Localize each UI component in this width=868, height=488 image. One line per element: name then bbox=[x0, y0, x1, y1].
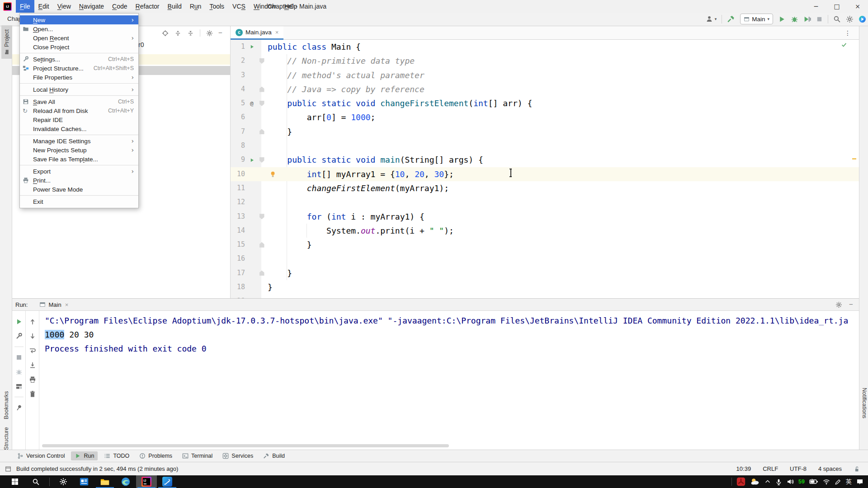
sidebar-item-bookmarks[interactable]: Bookmarks bbox=[3, 391, 9, 419]
fold-marker-icon[interactable] bbox=[259, 157, 264, 163]
contacts-app[interactable] bbox=[74, 475, 94, 488]
run-tab-main[interactable]: Main × bbox=[39, 301, 68, 308]
menu-item-exit[interactable]: Exit bbox=[20, 197, 138, 206]
code-line[interactable]: 10 int[] myArray1 = {10, 20, 30}; bbox=[231, 167, 859, 181]
code-line[interactable]: 15 } bbox=[231, 238, 859, 252]
editor-options-icon[interactable]: ⋮ bbox=[844, 26, 851, 40]
run-settings-gear-icon[interactable] bbox=[835, 301, 842, 308]
clear-console-button[interactable] bbox=[29, 390, 36, 398]
menu-item-local-history[interactable]: Local History› bbox=[20, 85, 138, 94]
collapse-icon[interactable] bbox=[187, 30, 194, 37]
menu-item-invalidate-caches[interactable]: Invalidate Caches... bbox=[20, 124, 138, 133]
console-line[interactable]: Process finished with exit code 0 bbox=[45, 342, 859, 356]
toolwindow-tab-problems[interactable]: Problems bbox=[136, 451, 176, 460]
file-explorer[interactable] bbox=[94, 475, 115, 488]
console-horizontal-scrollbar[interactable] bbox=[42, 444, 449, 447]
fold-marker-icon[interactable] bbox=[259, 242, 264, 248]
menu-view[interactable]: View bbox=[53, 0, 75, 13]
code-line[interactable]: 8 bbox=[231, 139, 859, 153]
project-tree-root-label[interactable]: r0 bbox=[138, 41, 144, 48]
settings-gear-icon[interactable] bbox=[846, 15, 854, 23]
menu-code[interactable]: Code bbox=[108, 0, 131, 13]
toolwindow-tab-run[interactable]: Run bbox=[71, 451, 98, 460]
code-line[interactable]: 5@ public static void changeFirstElement… bbox=[231, 96, 859, 110]
menu-item-new[interactable]: New› bbox=[20, 15, 138, 24]
hide-run-panel-button[interactable]: ─ bbox=[849, 301, 853, 308]
expand-icon[interactable] bbox=[175, 30, 181, 37]
console-output[interactable]: "C:\Program Files\Eclipse Adoptium\jdk-1… bbox=[40, 311, 859, 443]
code-line[interactable]: 1public class Main { bbox=[231, 40, 859, 54]
code-line[interactable]: 14 System.out.print(i + " "); bbox=[231, 224, 859, 238]
run-line-icon[interactable] bbox=[250, 158, 255, 163]
edge-browser[interactable] bbox=[115, 475, 136, 488]
code-line[interactable]: 4 // Java => copy by reference bbox=[231, 82, 859, 96]
menu-item-project-structure[interactable]: Project Structure...Ctrl+Alt+Shift+S bbox=[20, 64, 138, 73]
code-line[interactable]: 19 bbox=[231, 294, 859, 298]
build-hammer-icon[interactable] bbox=[727, 15, 735, 23]
maximize-button[interactable]: □ bbox=[826, 0, 847, 13]
search-everywhere-button[interactable] bbox=[833, 15, 841, 23]
sidebar-item-notifications[interactable]: Notifications bbox=[861, 388, 868, 418]
code-line[interactable]: 13 for (int i : myArray1) { bbox=[231, 210, 859, 224]
menu-item-file-properties[interactable]: File Properties› bbox=[20, 73, 138, 82]
menu-item-repair-ide[interactable]: Repair IDE bbox=[20, 115, 138, 124]
fold-marker-icon[interactable] bbox=[259, 101, 264, 106]
annotation-gutter-icon[interactable]: @ bbox=[250, 100, 254, 107]
menu-edit[interactable]: Edit bbox=[34, 0, 53, 13]
status-window-icon[interactable] bbox=[5, 466, 11, 472]
gear-icon[interactable] bbox=[206, 30, 213, 37]
menu-run[interactable]: Run bbox=[186, 0, 206, 13]
toolwindow-tab-build[interactable]: Build bbox=[259, 451, 288, 460]
run-line-icon[interactable] bbox=[250, 44, 255, 49]
battery-icon[interactable] bbox=[809, 477, 818, 486]
intention-bulb-icon[interactable] bbox=[269, 171, 276, 178]
fold-marker-icon[interactable] bbox=[259, 129, 264, 134]
code-line[interactable]: 18} bbox=[231, 280, 859, 294]
speaker-icon[interactable] bbox=[787, 478, 794, 485]
down-stacktrace-button[interactable] bbox=[29, 333, 36, 340]
console-line[interactable]: 1000 20 30 bbox=[45, 328, 859, 342]
up-stacktrace-button[interactable] bbox=[29, 318, 36, 325]
pin-tab-button[interactable] bbox=[15, 404, 23, 411]
start-button[interactable] bbox=[5, 475, 25, 488]
menu-item-open[interactable]: Open... bbox=[20, 24, 138, 33]
wifi-icon[interactable] bbox=[823, 478, 830, 485]
read-only-lock-icon[interactable] bbox=[854, 466, 860, 472]
code-line[interactable]: 11 changeFirstElement(myArray1); bbox=[231, 181, 859, 195]
toolwindow-tab-terminal[interactable]: Terminal bbox=[179, 451, 216, 460]
microphone-icon[interactable] bbox=[775, 479, 782, 485]
console-line[interactable]: "C:\Program Files\Eclipse Adoptium\jdk-1… bbox=[45, 314, 859, 328]
intellij-idea[interactable]: IJ bbox=[136, 475, 157, 488]
ime-indicator[interactable]: 英 bbox=[846, 478, 852, 486]
close-button[interactable]: × bbox=[847, 0, 868, 13]
encoding-widget[interactable]: UTF-8 bbox=[790, 465, 807, 472]
clock-widget[interactable]: 10:39 bbox=[736, 465, 751, 472]
minimize-button[interactable]: ─ bbox=[806, 0, 826, 13]
toolwindow-tab-services[interactable]: Services bbox=[219, 451, 257, 460]
dump-threads-button[interactable] bbox=[15, 368, 23, 375]
menu-item-close-project[interactable]: Close Project bbox=[20, 42, 138, 52]
menu-vcs[interactable]: VCS bbox=[228, 0, 250, 13]
soft-wrap-button[interactable] bbox=[29, 347, 36, 354]
menu-item-print[interactable]: Print... bbox=[20, 176, 138, 185]
fold-marker-icon[interactable] bbox=[259, 270, 264, 276]
menu-build[interactable]: Build bbox=[164, 0, 186, 13]
code-line[interactable]: 7 } bbox=[231, 125, 859, 139]
run-tab-close-icon[interactable]: × bbox=[65, 301, 69, 308]
status-message[interactable]: Build completed successfully in 2 sec, 4… bbox=[16, 465, 178, 472]
menu-item-new-projects-setup[interactable]: New Projects Setup› bbox=[20, 145, 138, 155]
menu-item-manage-ide-settings[interactable]: Manage IDE Settings› bbox=[20, 136, 138, 145]
code-area[interactable]: 1public class Main {2 // Non-primitive d… bbox=[231, 40, 859, 298]
tab-main-java[interactable]: c Main.java × bbox=[231, 26, 283, 40]
tab-close-icon[interactable]: × bbox=[275, 29, 279, 36]
chevron-up-icon[interactable] bbox=[764, 479, 771, 485]
stop-button[interactable] bbox=[816, 16, 823, 23]
code-with-me-icon[interactable] bbox=[859, 15, 866, 23]
debug-button[interactable] bbox=[791, 15, 798, 23]
code-line[interactable]: 3 // method's actual parameter bbox=[231, 68, 859, 82]
inspections-ok-icon[interactable] bbox=[841, 42, 847, 48]
settings-app[interactable] bbox=[53, 475, 74, 488]
menu-file[interactable]: File bbox=[16, 0, 34, 13]
code-line[interactable]: 9 public static void main(String[] args)… bbox=[231, 153, 859, 167]
notification-center-icon[interactable] bbox=[856, 478, 863, 485]
